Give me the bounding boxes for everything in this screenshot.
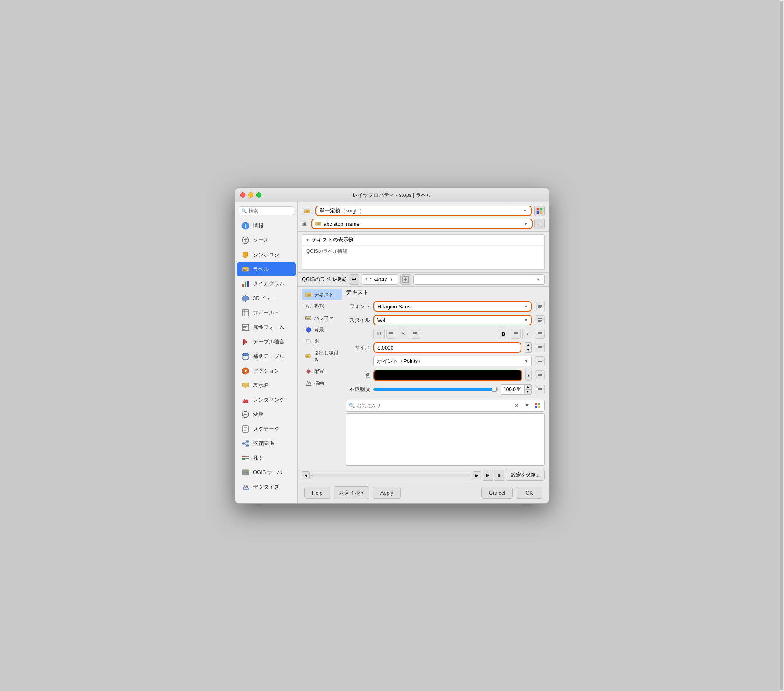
cancel-button[interactable]: Cancel [481,487,513,499]
left-menu-item-buffer[interactable]: abc バッファ [302,312,342,324]
sidebar-item-digitize[interactable]: デジタイズ [237,480,296,494]
preview-header[interactable]: ▼ テキストの表示例 [302,235,544,245]
style-settings-btn[interactable] [535,315,545,325]
sidebar-item-source[interactable]: ソース [237,233,296,247]
style-button[interactable]: スタイル ▼ [334,486,369,499]
bold-btn[interactable]: B [498,329,509,339]
left-menu-item-rendering2[interactable]: 描画 [302,377,342,389]
label-style-icon-btn[interactable] [534,206,545,216]
size-input[interactable]: 8.0000 [373,342,521,353]
size-settings-btn[interactable] [535,343,545,352]
sidebar-item-rendering[interactable]: レンダリング [237,393,296,407]
grid-buttons: ⊞ ≡ [483,470,504,481]
svg-text:ab: ab [306,305,308,307]
opacity-row: 不透明度 100.0 % ▲ ▼ [346,384,545,395]
table-view-btn[interactable]: ≡ [494,470,504,481]
scroll-left-btn[interactable]: ◀ [302,471,310,479]
save-settings-btn[interactable]: 設定を保存... [506,470,545,481]
color-settings-btn[interactable] [535,370,545,380]
size-unit-settings-btn[interactable] [535,356,545,366]
left-menu-item-placement[interactable]: 配置 [302,366,342,377]
color-arrow-btn[interactable]: ▼ [525,370,532,381]
sidebar-item-3dview[interactable]: 3Dビュー [237,291,296,305]
left-menu-item-shadow[interactable]: 影 [302,336,342,347]
font-combo[interactable]: Hiragino Sans ▼ [373,301,532,312]
opacity-up-btn[interactable]: ▲ [525,385,531,389]
strikethrough-btn[interactable]: S [398,329,409,339]
bold-settings-btn[interactable] [511,329,521,339]
sidebar-search-box[interactable]: 🔍 [239,206,294,215]
sidebar-item-dependencies[interactable]: 依存関係 [237,437,296,450]
sidebar-item-label: 属性フォーム [253,324,284,331]
underline-btn[interactable]: U [373,329,385,339]
sidebar-item-auxtable[interactable]: 補助テーブル [237,350,296,363]
sidebar-item-labels[interactable]: abc ラベル [237,262,296,276]
font-label: フォント [346,303,370,310]
sidebar-item-server[interactable]: QGISサーバー [237,466,296,479]
sidebar-search-input[interactable] [249,208,291,214]
favorites-search-input[interactable] [357,403,510,408]
grid-view-btn[interactable]: ⊞ [483,470,493,481]
opacity-stepper[interactable]: ▲ ▼ [524,384,531,395]
italic-btn[interactable]: I [522,329,533,339]
svg-point-38 [247,473,248,474]
label-type-combo[interactable]: 単一定義（single） ▼ [315,206,532,216]
sidebar-item-actions[interactable]: アクション [237,364,296,378]
size-stepper[interactable]: ▲ ▼ [525,342,532,353]
style-combo[interactable]: W4 ▼ [373,315,532,325]
horizontal-scrollbar[interactable] [311,474,471,477]
font-row: フォント Hiragino Sans ▼ [346,301,545,312]
color-swatch[interactable] [373,370,522,381]
opacity-down-btn[interactable]: ▼ [525,390,531,395]
sidebar-item-metadata[interactable]: メタデータ [237,422,296,436]
underline-settings-btn[interactable] [386,329,396,339]
scale-text: 1:154047 [365,277,389,283]
sidebar-item-joins[interactable]: テーブル結合 [237,335,296,349]
undo-btn[interactable]: ↩ [349,274,359,285]
expression-btn[interactable]: ε [534,219,545,229]
sidebar-item-symbology[interactable]: シンボロジ [237,248,296,262]
sidebar-item-fields[interactable]: フィールド [237,306,296,320]
ok-button[interactable]: OK [516,487,542,499]
italic-settings-btn[interactable] [535,329,545,339]
close-button[interactable] [240,192,245,198]
favorites-search-box[interactable]: 🔍 ✕ ▼ [346,400,545,412]
scale-combo[interactable]: 1:154047 ▼ [362,274,398,285]
sidebar-item-info[interactable]: i 情報 [237,219,296,233]
opacity-slider-container[interactable] [373,384,498,395]
strikethrough-settings-btn[interactable] [411,329,420,339]
svg-line-30 [245,443,246,445]
size-unit-combo[interactable]: ポイント（Points） ▼ [373,356,532,366]
size-down-btn[interactable]: ▼ [525,348,531,353]
favorites-menu-btn[interactable]: ▼ [523,401,531,410]
sidebar-item-legend[interactable]: 凡例 [237,451,296,465]
value-field-combo[interactable]: abc abc stop_name ▼ [311,219,533,229]
scroll-right-btn[interactable]: ▶ [473,471,481,479]
extra-combo[interactable]: ▼ [413,274,545,285]
map-select-btn[interactable] [400,274,411,285]
favorites-add-btn[interactable] [533,401,542,410]
opacity-slider[interactable] [373,388,498,391]
sidebar-item-display[interactable]: 表示名 [237,379,296,392]
left-menu-item-callout[interactable]: abc 引出し線付き [302,348,342,365]
left-menu-item-formatting[interactable]: +abab 整形 [302,301,342,312]
left-menu-item-background[interactable]: 背景 [302,324,342,335]
apply-button[interactable]: Apply [373,487,401,499]
opacity-settings-btn[interactable] [535,385,545,394]
size-value: 8.0000 [377,345,394,351]
left-menu-item-text[interactable]: abc テキスト [302,289,342,300]
font-settings-btn[interactable] [535,302,545,311]
display-icon [241,381,250,390]
sidebar-item-attrform[interactable]: 属性フォーム [237,321,296,334]
minimize-button[interactable] [248,192,253,198]
labels-icon: abc [241,265,250,274]
search-icon2: 🔍 [349,403,355,408]
favorites-clear-btn[interactable]: ✕ [512,401,521,410]
svg-point-37 [247,470,248,471]
help-button[interactable]: Help [304,487,330,499]
sidebar-item-diagrams[interactable]: ダイアグラム [237,277,296,291]
main-content: 🔍 i 情報 ソース シンボ [235,202,549,503]
maximize-button[interactable] [256,192,261,198]
sidebar-item-variables[interactable]: 変数 [237,408,296,421]
size-up-btn[interactable]: ▲ [525,343,531,348]
